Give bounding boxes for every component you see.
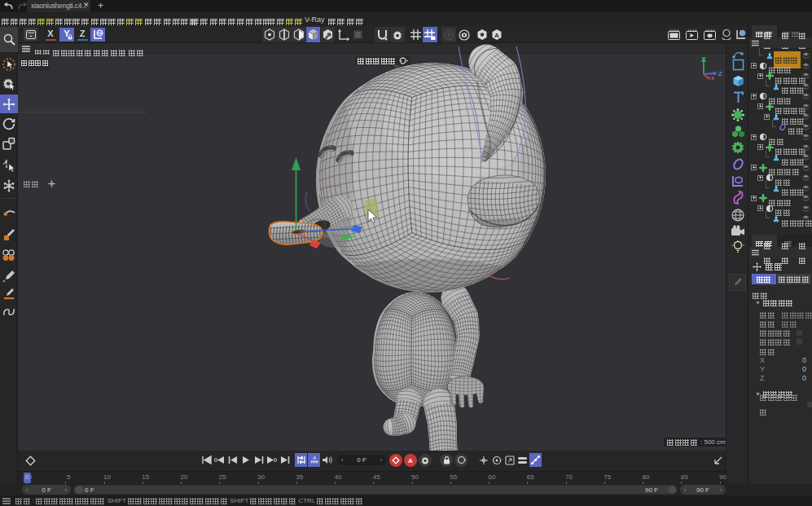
svg-text:x: x <box>711 75 714 81</box>
svg-text:A: A <box>408 457 413 464</box>
svg-text:A: A <box>494 32 499 39</box>
svg-text:Y: Y <box>701 55 706 63</box>
svg-text:A: A <box>313 455 316 460</box>
svg-text:Z: Z <box>718 70 722 77</box>
